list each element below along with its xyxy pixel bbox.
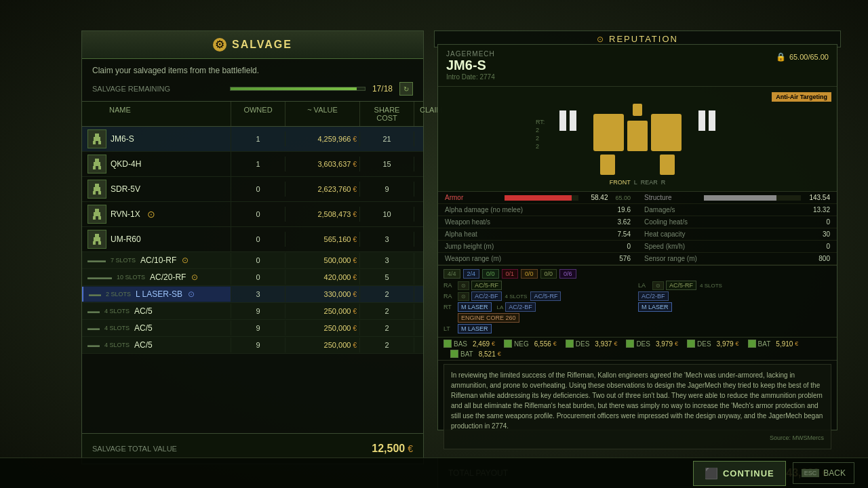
bas-checkbox[interactable] <box>443 340 452 348</box>
table-row[interactable]: RVN-1X ⊙ 0 2,508,473 € 10 <box>82 202 423 227</box>
table-row[interactable]: SDR-5V 0 2,623,760 € 9 <box>82 177 423 202</box>
svg-rect-25 <box>627 121 648 151</box>
svg-rect-24 <box>593 114 624 151</box>
svg-text:2: 2 <box>536 143 539 150</box>
salvage-refresh-button[interactable]: ↻ <box>399 82 413 96</box>
svg-rect-16 <box>95 234 99 237</box>
svg-rect-28 <box>600 155 615 175</box>
svg-rect-9 <box>94 187 100 191</box>
svg-rect-12 <box>95 209 99 212</box>
svg-rect-6 <box>93 166 96 169</box>
table-body[interactable]: JM6-S 1 4,259,966 € 21 QKD-4H 1 3,603,63… <box>82 127 423 418</box>
svg-rect-17 <box>94 237 100 241</box>
svg-rect-11 <box>98 191 101 195</box>
salvage-remaining-count: 17/18 <box>372 84 393 94</box>
salvage-total-value: 12,500 <box>372 443 405 455</box>
ra-slots: RA ⊙ AC/5-RF RA ⊙ AC/2-BF 4 SLOTS AC/5-R… <box>443 281 637 333</box>
svg-rect-4 <box>95 159 99 162</box>
mech-intro-date: Intro Date: 2774 <box>446 73 495 81</box>
salvage-title: SALVAGE <box>232 39 292 51</box>
mech-detail-header: JAGERMECH JM6-S Intro Date: 2774 🔒 65.00… <box>438 45 837 87</box>
structure-label: Structure <box>644 194 698 201</box>
ammo-counts-row: 4/4 2/4 0/0 0/1 0/0 0/0 0/6 <box>443 269 831 279</box>
mech-icon <box>87 129 106 148</box>
table-row[interactable]: ▬▬ 4 SLOTS AC/5 9 250,000 € 2 <box>82 303 423 320</box>
col-value: ~ VALUE <box>285 102 360 126</box>
reputation-title: REPUTATION <box>609 34 678 44</box>
table-row[interactable]: ▬▬▬ 7 SLOTS AC/10-RF ⊙ 0 500,000 € 3 <box>82 252 423 269</box>
cooling-heat-row: Cooling heat/s 0 <box>637 216 837 228</box>
svg-rect-13 <box>94 212 100 216</box>
table-row[interactable]: ▬▬ 4 SLOTS AC/5 9 250,000 € 2 <box>82 320 423 337</box>
table-row[interactable]: ▬▬ 4 SLOTS AC/5 9 250,000 € 2 <box>82 337 423 354</box>
armor-stat-row: Armor 58.42 65.00 <box>438 192 637 204</box>
mech-schematic: RT: 2 2 2 <box>519 90 756 178</box>
col-name: NAME <box>82 102 231 126</box>
bat1-checkbox[interactable] <box>748 340 756 348</box>
anti-air-badge: Anti-Air Targeting <box>772 92 831 102</box>
mech-claim-cell[interactable] <box>414 131 423 147</box>
alpha-heat-row: Alpha heat 7.54 <box>438 228 637 241</box>
weapon-slots-area: 4/4 2/4 0/0 0/1 0/0 0/0 0/6 RA ⊙ AC/5-RF… <box>438 266 837 338</box>
bottom-bar: ⬛ CONTINUE ESC BACK <box>0 458 868 488</box>
svg-rect-14 <box>93 216 96 220</box>
mech-icon <box>87 230 106 249</box>
stats-grid: Armor 58.42 65.00 Structure 143.54 Alpha… <box>438 192 837 266</box>
esc-badge: ESC <box>802 469 820 477</box>
salvage-progress-bar <box>230 87 366 91</box>
salvage-remaining-label: SALVAGE REMAINING <box>92 85 223 93</box>
table-row[interactable]: ▬▬▬▬ 10 SLOTS AC/20-RF ⊙ 0 420,000 € 5 <box>82 269 423 286</box>
neg-checkbox[interactable] <box>504 340 512 348</box>
credit-icon: € <box>408 443 413 454</box>
mech-name-label: JM6-S <box>111 134 134 144</box>
table-row[interactable]: UM-R60 0 565,160 € 3 <box>82 227 423 252</box>
weapon-heat-row: Weapon heat/s 3.62 <box>438 216 637 228</box>
table-row[interactable]: JM6-S 1 4,259,966 € 21 <box>82 127 423 152</box>
armor-bar <box>505 195 578 201</box>
mech-icon <box>87 155 106 174</box>
mech-detail-panel: JAGERMECH JM6-S Intro Date: 2774 🔒 65.00… <box>437 44 837 430</box>
svg-rect-26 <box>651 114 682 151</box>
svg-rect-7 <box>98 166 101 169</box>
mech-viewport: Anti-Air Targeting RT: 2 2 2 <box>438 87 837 192</box>
svg-rect-8 <box>95 184 99 187</box>
armor-label: Armor <box>445 194 499 201</box>
continue-button[interactable]: ⬛ CONTINUE <box>693 461 786 486</box>
svg-rect-27 <box>633 104 642 116</box>
salvage-total-label: SALVAGE TOTAL VALUE <box>92 445 372 453</box>
structure-value: 143.54 <box>806 194 830 201</box>
component-name-label: AC/5 <box>134 323 153 333</box>
mech-armor-value: 65.00/65.00 <box>789 53 829 61</box>
table-row[interactable]: ▬▬ 2 SLOTS L LASER-SB ⊙ 3 330,000 € 2 <box>82 286 423 303</box>
svg-rect-19 <box>98 241 101 245</box>
svg-rect-5 <box>94 162 100 166</box>
weapon-range-row: Weapon range (m) 576 <box>438 253 637 265</box>
speed-row: Speed (km/h) 0 <box>637 241 837 253</box>
armor-value: 58.42 <box>584 194 608 201</box>
mech-icon <box>87 205 106 224</box>
damage-stat-row: Alpha damage (no melee) 19.6 <box>438 204 637 216</box>
mech-name-label: UM-R60 <box>111 235 141 244</box>
bat2-checkbox[interactable] <box>450 350 458 358</box>
component-name-label: L LASER-SB <box>136 289 182 299</box>
mech-name-label: QKD-4H <box>111 159 141 169</box>
des2-checkbox[interactable] <box>626 340 634 348</box>
des3-checkbox[interactable] <box>687 340 695 348</box>
svg-text:2: 2 <box>536 127 539 134</box>
mech-icon <box>87 180 106 199</box>
svg-rect-0 <box>95 134 99 137</box>
mech-name-label: SDR-5V <box>111 184 140 194</box>
mech-name-cell: JM6-S <box>82 127 231 151</box>
mech-value: 4,259,966 € <box>285 131 360 146</box>
svg-rect-10 <box>93 191 96 195</box>
table-header: NAME OWNED ~ VALUE SHARE COST CLAIM <box>82 101 423 127</box>
col-share-cost: SHARE COST <box>360 102 414 126</box>
table-row[interactable]: QKD-4H 1 3,603,637 € 15 <box>82 152 423 177</box>
checkbox-items-area: BAS 2,469 € NEG 6,556 € DES 3,937 € DES … <box>438 338 837 361</box>
back-button[interactable]: ESC BACK <box>793 462 854 484</box>
svg-rect-20 <box>559 110 566 131</box>
front-rear-labels: FRONT L REAR R <box>610 179 666 186</box>
mech-share-cost: 21 <box>360 131 414 146</box>
mech-description: In reviewing the limited success of the … <box>443 364 831 449</box>
des1-checkbox[interactable] <box>566 340 574 348</box>
